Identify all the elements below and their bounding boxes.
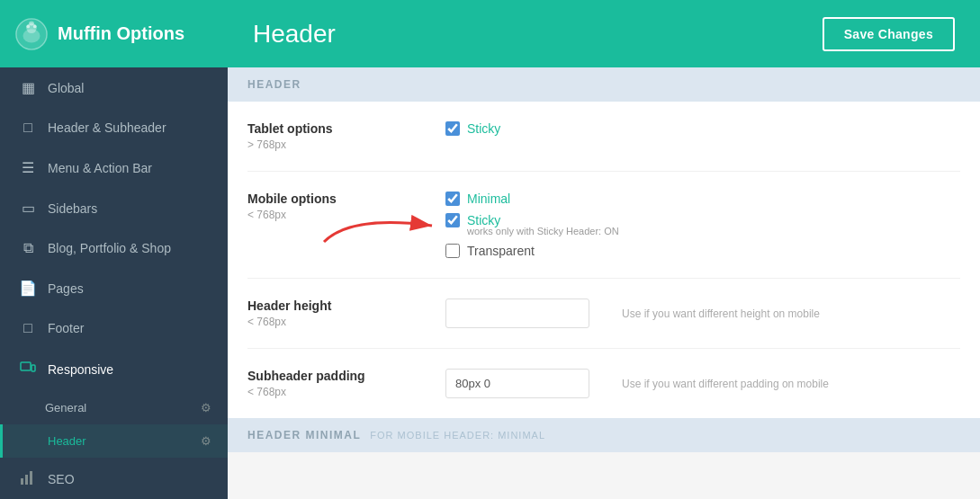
subheader-padding-row: Subheader padding < 768px Use if you wan… — [247, 349, 960, 418]
settings-body: Tablet options > 768px Sticky Mobile opt… — [228, 102, 980, 418]
mobile-options-sub: < 768px — [247, 209, 427, 221]
sidebar-title: Muffin Options — [58, 23, 184, 44]
sidebar-item-label: Menu & Action Bar — [48, 161, 152, 175]
sidebar-nav: ▦ Global □ Header & Subheader ☰ Menu & A… — [0, 67, 228, 499]
sidebar-item-label: Blog, Portfolio & Shop — [48, 241, 171, 255]
mobile-options-label: Mobile options < 768px — [247, 192, 427, 221]
sidebar-item-sidebars[interactable]: ▭ Sidebars — [0, 188, 228, 228]
sidebar-item-blog-portfolio[interactable]: ⧉ Blog, Portfolio & Shop — [0, 228, 228, 268]
pages-icon: 📄 — [19, 280, 37, 297]
svg-rect-9 — [25, 475, 28, 485]
header-height-label: Header height < 768px — [247, 299, 427, 328]
subheader-padding-hint: Use if you want different padding on mob… — [622, 378, 829, 390]
sidebar-sub-label: General — [45, 401, 86, 414]
mobile-options-title: Mobile options — [247, 192, 427, 206]
section-header-minimal: HEADER MINIMAL FOR MOBILE HEADER: MINIMA… — [228, 418, 980, 452]
tablet-options-controls: Sticky — [445, 121, 960, 136]
tablet-options-label: Tablet options > 768px — [247, 121, 427, 151]
sidebar-item-label: Footer — [48, 321, 84, 335]
menu-icon: ☰ — [19, 159, 37, 176]
mobile-options-row: Mobile options < 768px Minimal — [247, 172, 960, 279]
mobile-minimal-row: Minimal — [445, 192, 960, 206]
sidebar-sub-item-header[interactable]: Header ⚙ — [0, 424, 228, 458]
sidebar-sub-item-general[interactable]: General ⚙ — [0, 391, 228, 424]
global-icon: ▦ — [19, 79, 37, 96]
sidebar-item-seo[interactable]: SEO — [0, 458, 228, 499]
svg-rect-10 — [30, 471, 32, 485]
sidebar-item-label: Global — [48, 81, 84, 95]
sidebar: Muffin Options ▦ Global □ Header & Subhe… — [0, 0, 228, 499]
section-header-header: HEADER — [228, 67, 980, 102]
mobile-sticky-wrapper: Sticky works only with Sticky Header: ON — [445, 213, 960, 236]
tablet-sticky-checkbox[interactable] — [445, 121, 460, 136]
gear-icon[interactable]: ⚙ — [201, 401, 211, 414]
header-height-controls: Use if you want different height on mobi… — [445, 299, 820, 328]
tablet-sticky-checkbox-row: Sticky — [445, 121, 960, 136]
sidebars-icon: ▭ — [19, 200, 37, 217]
mobile-minimal-checkbox[interactable] — [445, 192, 460, 206]
header-height-hint: Use if you want different height on mobi… — [622, 307, 820, 320]
sidebar-sub-label: Header — [48, 434, 86, 448]
sidebar-item-label: Header & Subheader — [48, 120, 166, 135]
sticky-note: works only with Sticky Header: ON — [467, 226, 960, 236]
sidebar-item-header-subheader[interactable]: □ Header & Subheader — [0, 108, 228, 147]
mobile-options-controls: Minimal — [445, 192, 960, 258]
tablet-options-title: Tablet options — [247, 121, 427, 136]
footer-icon: □ — [19, 320, 37, 336]
header-height-sub: < 768px — [247, 316, 427, 328]
topbar: Header Save Changes — [228, 0, 980, 67]
mobile-transparent-row: Transparent — [445, 244, 960, 258]
minimal-section-sublabel: FOR MOBILE HEADER: MINIMAL — [370, 430, 545, 441]
subheader-padding-input[interactable] — [445, 369, 589, 398]
page-title: Header — [253, 20, 336, 49]
svg-point-3 — [26, 24, 30, 28]
sidebar-item-label: Responsive — [48, 362, 113, 377]
tablet-options-sub: > 768px — [247, 138, 427, 151]
sidebar-header: Muffin Options — [0, 0, 228, 67]
sidebar-item-pages[interactable]: 📄 Pages — [0, 268, 228, 308]
header-subheader-icon: □ — [19, 120, 37, 136]
sidebar-item-footer[interactable]: □ Footer — [0, 308, 228, 348]
minimal-section-label: HEADER MINIMAL — [247, 429, 361, 441]
tablet-sticky-label[interactable]: Sticky — [467, 121, 500, 136]
header-height-row: Header height < 768px Use if you want di… — [247, 279, 960, 349]
svg-rect-8 — [21, 478, 23, 485]
sidebar-item-menu-action-bar[interactable]: ☰ Menu & Action Bar — [0, 147, 228, 188]
svg-rect-7 — [31, 365, 35, 371]
mobile-transparent-checkbox[interactable] — [445, 244, 460, 258]
svg-rect-5 — [29, 21, 34, 25]
content-area: HEADER Tablet options > 768px Sticky — [228, 67, 980, 499]
sidebar-item-global[interactable]: ▦ Global — [0, 67, 228, 108]
seo-icon — [19, 469, 37, 489]
mobile-transparent-label[interactable]: Transparent — [467, 244, 535, 258]
subheader-padding-sub: < 768px — [247, 386, 427, 398]
svg-rect-6 — [21, 362, 31, 370]
mobile-sticky-checkbox[interactable] — [445, 213, 460, 227]
sidebar-item-label: SEO — [48, 472, 75, 486]
subheader-padding-controls: Use if you want different padding on mob… — [445, 369, 829, 398]
subheader-padding-label: Subheader padding < 768px — [247, 369, 427, 398]
sidebar-item-label: Sidebars — [48, 201, 97, 216]
gear-icon-header[interactable]: ⚙ — [201, 434, 211, 448]
blog-icon: ⧉ — [19, 240, 37, 256]
logo-icon — [14, 17, 49, 51]
sidebar-item-label: Pages — [48, 281, 84, 296]
responsive-icon — [19, 360, 37, 379]
tablet-options-row: Tablet options > 768px Sticky — [247, 102, 960, 172]
sidebar-item-responsive[interactable]: Responsive — [0, 348, 228, 391]
mobile-minimal-label[interactable]: Minimal — [467, 192, 510, 206]
main: Header Save Changes HEADER Tablet option… — [228, 0, 980, 499]
subheader-padding-title: Subheader padding — [247, 369, 427, 383]
header-height-input[interactable] — [445, 299, 589, 328]
save-changes-button[interactable]: Save Changes — [823, 17, 955, 51]
svg-point-4 — [33, 24, 37, 28]
header-height-title: Header height — [247, 299, 427, 313]
